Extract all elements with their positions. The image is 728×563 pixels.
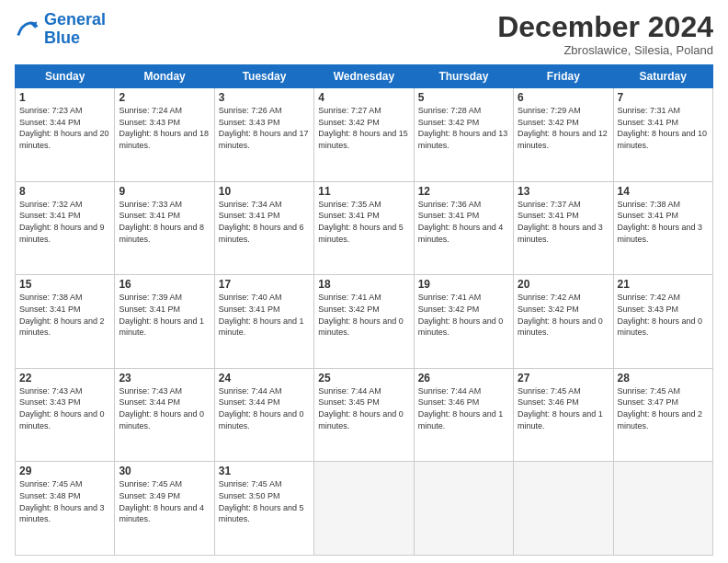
table-row: 10 Sunrise: 7:34 AM Sunset: 3:41 PM Dayl… <box>214 181 313 275</box>
day-info: Sunrise: 7:33 AM Sunset: 3:41 PM Dayligh… <box>119 199 210 245</box>
day-number: 31 <box>219 465 310 477</box>
day-number: 7 <box>618 91 709 104</box>
day-info: Sunrise: 7:44 AM Sunset: 3:44 PM Dayligh… <box>219 385 310 431</box>
title-block: December 2024 Zbroslawice, Silesia, Pola… <box>497 11 713 57</box>
table-row: 20 Sunrise: 7:42 AM Sunset: 3:42 PM Dayl… <box>514 275 613 369</box>
page: General Blue December 2024 Zbroslawice, … <box>0 0 728 563</box>
day-info: Sunrise: 7:26 AM Sunset: 3:43 PM Dayligh… <box>219 105 310 151</box>
day-number: 29 <box>19 465 110 477</box>
day-number: 26 <box>418 372 509 385</box>
table-row: 29 Sunrise: 7:45 AM Sunset: 3:48 PM Dayl… <box>16 462 115 556</box>
day-number: 22 <box>19 372 110 385</box>
header: General Blue December 2024 Zbroslawice, … <box>15 11 713 57</box>
table-row: 19 Sunrise: 7:41 AM Sunset: 3:42 PM Dayl… <box>414 275 513 369</box>
day-number: 3 <box>219 91 310 104</box>
day-info: Sunrise: 7:32 AM Sunset: 3:41 PM Dayligh… <box>19 199 110 245</box>
col-monday: Monday <box>115 65 214 88</box>
day-info: Sunrise: 7:40 AM Sunset: 3:41 PM Dayligh… <box>219 292 310 338</box>
day-number: 17 <box>219 278 310 291</box>
table-row <box>414 462 513 556</box>
table-row: 4 Sunrise: 7:27 AM Sunset: 3:42 PM Dayli… <box>314 88 414 182</box>
table-row <box>514 462 613 556</box>
day-info: Sunrise: 7:44 AM Sunset: 3:45 PM Dayligh… <box>318 385 409 431</box>
day-number: 30 <box>119 465 210 477</box>
day-info: Sunrise: 7:45 AM Sunset: 3:46 PM Dayligh… <box>518 385 609 431</box>
day-info: Sunrise: 7:45 AM Sunset: 3:49 PM Dayligh… <box>119 478 210 524</box>
day-info: Sunrise: 7:45 AM Sunset: 3:50 PM Dayligh… <box>219 478 310 524</box>
col-thursday: Thursday <box>414 65 513 88</box>
day-info: Sunrise: 7:39 AM Sunset: 3:41 PM Dayligh… <box>119 292 210 338</box>
day-number: 8 <box>19 185 110 198</box>
table-row: 18 Sunrise: 7:41 AM Sunset: 3:42 PM Dayl… <box>314 275 414 369</box>
table-row: 1 Sunrise: 7:23 AM Sunset: 3:44 PM Dayli… <box>16 88 115 182</box>
table-row: 17 Sunrise: 7:40 AM Sunset: 3:41 PM Dayl… <box>214 275 313 369</box>
table-row: 2 Sunrise: 7:24 AM Sunset: 3:43 PM Dayli… <box>115 88 214 182</box>
day-info: Sunrise: 7:44 AM Sunset: 3:46 PM Dayligh… <box>418 385 509 431</box>
calendar-row: 8 Sunrise: 7:32 AM Sunset: 3:41 PM Dayli… <box>16 181 713 275</box>
day-info: Sunrise: 7:41 AM Sunset: 3:42 PM Dayligh… <box>418 292 509 338</box>
day-number: 5 <box>418 91 509 104</box>
day-info: Sunrise: 7:45 AM Sunset: 3:47 PM Dayligh… <box>618 385 709 431</box>
day-number: 19 <box>418 278 509 291</box>
day-info: Sunrise: 7:35 AM Sunset: 3:41 PM Dayligh… <box>318 199 409 245</box>
day-info: Sunrise: 7:27 AM Sunset: 3:42 PM Dayligh… <box>318 105 409 151</box>
table-row: 16 Sunrise: 7:39 AM Sunset: 3:41 PM Dayl… <box>115 275 214 369</box>
day-number: 10 <box>219 185 310 198</box>
table-row: 25 Sunrise: 7:44 AM Sunset: 3:45 PM Dayl… <box>314 368 414 462</box>
day-number: 12 <box>418 185 509 198</box>
table-row: 30 Sunrise: 7:45 AM Sunset: 3:49 PM Dayl… <box>115 462 214 556</box>
table-row: 6 Sunrise: 7:29 AM Sunset: 3:42 PM Dayli… <box>514 88 613 182</box>
table-row: 23 Sunrise: 7:43 AM Sunset: 3:44 PM Dayl… <box>115 368 214 462</box>
table-row: 31 Sunrise: 7:45 AM Sunset: 3:50 PM Dayl… <box>214 462 313 556</box>
day-number: 23 <box>119 372 210 385</box>
day-number: 24 <box>219 372 310 385</box>
location: Zbroslawice, Silesia, Poland <box>497 43 713 57</box>
month-title: December 2024 <box>497 11 713 43</box>
day-number: 14 <box>618 185 709 198</box>
table-row: 12 Sunrise: 7:36 AM Sunset: 3:41 PM Dayl… <box>414 181 513 275</box>
day-number: 16 <box>119 278 210 291</box>
table-row: 3 Sunrise: 7:26 AM Sunset: 3:43 PM Dayli… <box>214 88 313 182</box>
table-row: 7 Sunrise: 7:31 AM Sunset: 3:41 PM Dayli… <box>613 88 712 182</box>
table-row <box>613 462 712 556</box>
table-row <box>314 462 414 556</box>
day-info: Sunrise: 7:42 AM Sunset: 3:42 PM Dayligh… <box>518 292 609 338</box>
day-number: 9 <box>119 185 210 198</box>
table-row: 28 Sunrise: 7:45 AM Sunset: 3:47 PM Dayl… <box>613 368 712 462</box>
day-number: 27 <box>518 372 609 385</box>
day-info: Sunrise: 7:36 AM Sunset: 3:41 PM Dayligh… <box>418 199 509 245</box>
calendar-row: 15 Sunrise: 7:38 AM Sunset: 3:41 PM Dayl… <box>16 275 713 369</box>
day-number: 11 <box>318 185 409 198</box>
table-row: 8 Sunrise: 7:32 AM Sunset: 3:41 PM Dayli… <box>16 181 115 275</box>
table-row: 26 Sunrise: 7:44 AM Sunset: 3:46 PM Dayl… <box>414 368 513 462</box>
day-number: 25 <box>318 372 409 385</box>
day-info: Sunrise: 7:23 AM Sunset: 3:44 PM Dayligh… <box>19 105 110 151</box>
calendar-table: Sunday Monday Tuesday Wednesday Thursday… <box>15 64 713 556</box>
day-number: 20 <box>518 278 609 291</box>
calendar-row: 22 Sunrise: 7:43 AM Sunset: 3:43 PM Dayl… <box>16 368 713 462</box>
day-info: Sunrise: 7:38 AM Sunset: 3:41 PM Dayligh… <box>618 199 709 245</box>
calendar-row: 1 Sunrise: 7:23 AM Sunset: 3:44 PM Dayli… <box>16 88 713 182</box>
day-number: 2 <box>119 91 210 104</box>
table-row: 15 Sunrise: 7:38 AM Sunset: 3:41 PM Dayl… <box>16 275 115 369</box>
table-row: 22 Sunrise: 7:43 AM Sunset: 3:43 PM Dayl… <box>16 368 115 462</box>
day-number: 13 <box>518 185 609 198</box>
day-number: 28 <box>618 372 709 385</box>
table-row: 13 Sunrise: 7:37 AM Sunset: 3:41 PM Dayl… <box>514 181 613 275</box>
day-info: Sunrise: 7:38 AM Sunset: 3:41 PM Dayligh… <box>19 292 110 338</box>
day-info: Sunrise: 7:29 AM Sunset: 3:42 PM Dayligh… <box>518 105 609 151</box>
table-row: 14 Sunrise: 7:38 AM Sunset: 3:41 PM Dayl… <box>613 181 712 275</box>
calendar-header-row: Sunday Monday Tuesday Wednesday Thursday… <box>16 65 713 88</box>
day-info: Sunrise: 7:24 AM Sunset: 3:43 PM Dayligh… <box>119 105 210 151</box>
table-row: 11 Sunrise: 7:35 AM Sunset: 3:41 PM Dayl… <box>314 181 414 275</box>
calendar-row: 29 Sunrise: 7:45 AM Sunset: 3:48 PM Dayl… <box>16 462 713 556</box>
day-number: 4 <box>318 91 409 104</box>
col-sunday: Sunday <box>16 65 115 88</box>
col-wednesday: Wednesday <box>314 65 414 88</box>
logo-icon <box>15 17 40 42</box>
day-info: Sunrise: 7:41 AM Sunset: 3:42 PM Dayligh… <box>318 292 409 338</box>
table-row: 9 Sunrise: 7:33 AM Sunset: 3:41 PM Dayli… <box>115 181 214 275</box>
day-info: Sunrise: 7:34 AM Sunset: 3:41 PM Dayligh… <box>219 199 310 245</box>
day-number: 15 <box>19 278 110 291</box>
day-info: Sunrise: 7:43 AM Sunset: 3:44 PM Dayligh… <box>119 385 210 431</box>
